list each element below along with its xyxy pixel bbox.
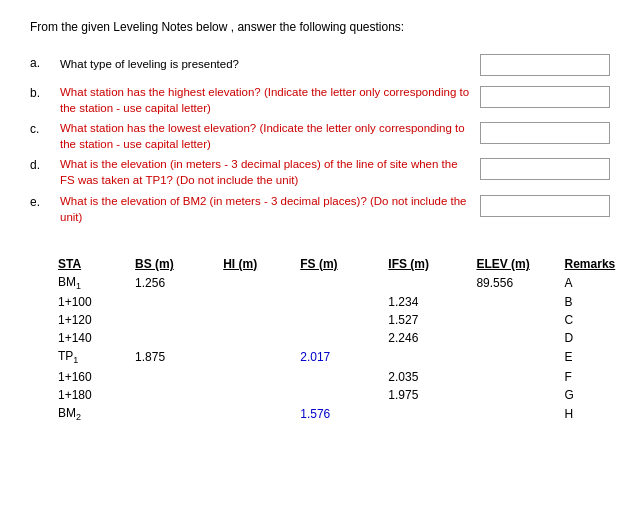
- q-letter-c: c.: [30, 120, 60, 136]
- col-header-sta: STA: [50, 255, 127, 273]
- cell-bs: [127, 293, 215, 311]
- cell-elev: [468, 329, 556, 347]
- cell-hi: [215, 347, 292, 367]
- cell-sta: 1+100: [50, 293, 127, 311]
- cell-fs: [292, 368, 380, 386]
- cell-bs: 1.875: [127, 347, 215, 367]
- table-header-row: STA BS (m) HI (m) FS (m) IFS (m) ELEV (m…: [50, 255, 630, 273]
- table-row: BM21.576H: [50, 404, 630, 424]
- col-header-remarks: Remarks: [557, 255, 630, 273]
- question-row-a: a. What type of leveling is presented?: [30, 54, 610, 76]
- cell-fs: [292, 311, 380, 329]
- cell-sta: 1+180: [50, 386, 127, 404]
- q-input-c[interactable]: [480, 122, 610, 144]
- cell-bs: [127, 404, 215, 424]
- cell-sta: 1+120: [50, 311, 127, 329]
- instructions-text: From the given Leveling Notes below , an…: [30, 20, 610, 34]
- cell-remarks: C: [557, 311, 630, 329]
- cell-elev: [468, 386, 556, 404]
- cell-remarks: H: [557, 404, 630, 424]
- cell-fs: [292, 273, 380, 293]
- cell-elev: 89.556: [468, 273, 556, 293]
- q-content-c: What station has the lowest elevation? (…: [60, 120, 610, 152]
- cell-elev: [468, 311, 556, 329]
- cell-hi: [215, 329, 292, 347]
- q-input-d[interactable]: [480, 158, 610, 180]
- table-row: TP11.8752.017E: [50, 347, 630, 367]
- q-input-a[interactable]: [480, 54, 610, 76]
- cell-remarks: E: [557, 347, 630, 367]
- q-letter-e: e.: [30, 193, 60, 209]
- col-header-hi: HI (m): [215, 255, 292, 273]
- cell-remarks: G: [557, 386, 630, 404]
- table-row: 1+1201.527C: [50, 311, 630, 329]
- cell-ifs: 2.246: [380, 329, 468, 347]
- cell-ifs: 1.234: [380, 293, 468, 311]
- cell-bs: 1.256: [127, 273, 215, 293]
- cell-sta: 1+140: [50, 329, 127, 347]
- cell-ifs: 1.527: [380, 311, 468, 329]
- cell-bs: [127, 329, 215, 347]
- table-row: 1+1602.035F: [50, 368, 630, 386]
- cell-remarks: F: [557, 368, 630, 386]
- cell-elev: [468, 368, 556, 386]
- cell-bs: [127, 368, 215, 386]
- question-row-c: c. What station has the lowest elevation…: [30, 120, 610, 152]
- q-text-c: What station has the lowest elevation? (…: [60, 120, 480, 152]
- q-input-b[interactable]: [480, 86, 610, 108]
- cell-hi: [215, 311, 292, 329]
- table-row: BM11.25689.556A: [50, 273, 630, 293]
- cell-hi: [215, 368, 292, 386]
- cell-fs: [292, 386, 380, 404]
- cell-bs: [127, 311, 215, 329]
- cell-remarks: A: [557, 273, 630, 293]
- cell-hi: [215, 293, 292, 311]
- col-header-bs: BS (m): [127, 255, 215, 273]
- col-header-elev: ELEV (m): [468, 255, 556, 273]
- cell-sta: BM2: [50, 404, 127, 424]
- q-letter-d: d.: [30, 156, 60, 172]
- cell-elev: [468, 347, 556, 367]
- cell-hi: [215, 386, 292, 404]
- q-text-e: What is the elevation of BM2 (in meters …: [60, 193, 480, 225]
- cell-ifs: [380, 273, 468, 293]
- table-body: BM11.25689.556A1+1001.234B1+1201.527C1+1…: [50, 273, 630, 424]
- cell-fs: 2.017: [292, 347, 380, 367]
- q-input-e[interactable]: [480, 195, 610, 217]
- question-row-d: d. What is the elevation (in meters - 3 …: [30, 156, 610, 188]
- q-text-d: What is the elevation (in meters - 3 dec…: [60, 156, 480, 188]
- table-row: 1+1801.975G: [50, 386, 630, 404]
- cell-sta: BM1: [50, 273, 127, 293]
- col-header-ifs: IFS (m): [380, 255, 468, 273]
- question-row-e: e. What is the elevation of BM2 (in mete…: [30, 193, 610, 225]
- q-content-e: What is the elevation of BM2 (in meters …: [60, 193, 610, 225]
- table-row: 1+1001.234B: [50, 293, 630, 311]
- q-content-b: What station has the highest elevation? …: [60, 84, 610, 116]
- q-letter-b: b.: [30, 84, 60, 100]
- cell-elev: [468, 293, 556, 311]
- cell-ifs: [380, 404, 468, 424]
- cell-elev: [468, 404, 556, 424]
- table-section: STA BS (m) HI (m) FS (m) IFS (m) ELEV (m…: [30, 255, 610, 424]
- col-header-fs: FS (m): [292, 255, 380, 273]
- cell-hi: [215, 273, 292, 293]
- cell-sta: TP1: [50, 347, 127, 367]
- q-letter-a: a.: [30, 54, 60, 70]
- table-row: 1+1402.246D: [50, 329, 630, 347]
- q-content-a: What type of leveling is presented?: [60, 54, 610, 76]
- cell-remarks: D: [557, 329, 630, 347]
- cell-fs: [292, 329, 380, 347]
- questions-section: a. What type of leveling is presented? b…: [30, 54, 610, 225]
- cell-fs: [292, 293, 380, 311]
- cell-ifs: 1.975: [380, 386, 468, 404]
- leveling-table: STA BS (m) HI (m) FS (m) IFS (m) ELEV (m…: [50, 255, 630, 424]
- question-row-b: b. What station has the highest elevatio…: [30, 84, 610, 116]
- cell-remarks: B: [557, 293, 630, 311]
- cell-fs: 1.576: [292, 404, 380, 424]
- cell-hi: [215, 404, 292, 424]
- cell-bs: [127, 386, 215, 404]
- q-content-d: What is the elevation (in meters - 3 dec…: [60, 156, 610, 188]
- q-text-a: What type of leveling is presented?: [60, 54, 480, 72]
- cell-ifs: 2.035: [380, 368, 468, 386]
- cell-ifs: [380, 347, 468, 367]
